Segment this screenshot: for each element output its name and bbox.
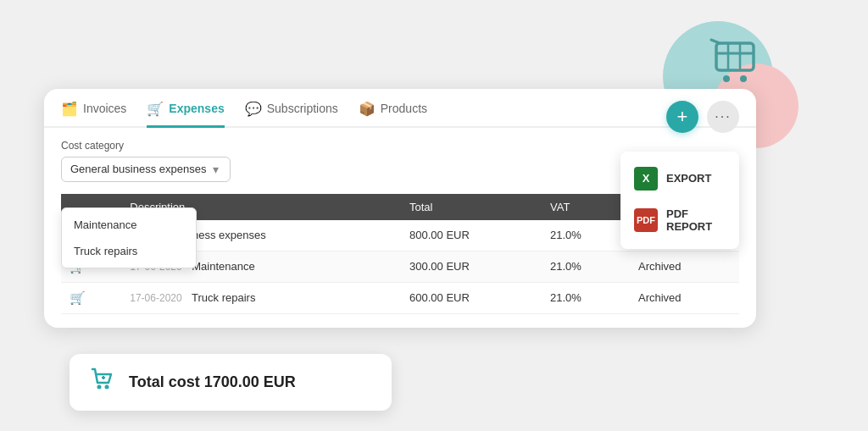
table-row[interactable]: 🛒 17-06-2020 Truck repairs 600.00 EUR 21… [61, 282, 739, 313]
svg-point-4 [723, 75, 730, 82]
row-total: 800.00 EUR [401, 220, 542, 251]
cost-category-dropdown[interactable]: General business expenses ▾ [61, 157, 231, 182]
svg-rect-0 [716, 43, 754, 70]
tab-products-label: Products [381, 102, 427, 115]
dropdown-item-maintenance[interactable]: Maintenance [62, 212, 196, 238]
cost-category-label: Cost category [61, 140, 739, 152]
dropdown-item-truck-repairs[interactable]: Truck repairs [62, 238, 196, 264]
row-total: 600.00 EUR [401, 282, 542, 313]
export-excel-button[interactable]: X EXPORT [620, 158, 739, 199]
tab-subscriptions[interactable]: 💬 Subscriptions [245, 101, 338, 128]
row-status: Archived [630, 282, 739, 313]
expenses-icon: 🛒 [147, 101, 164, 117]
footer-total-card: Total cost 1700.00 EUR [70, 354, 392, 411]
main-card: 🗂️ Invoices 🛒 Expenses 💬 Subscriptions 📦… [44, 89, 756, 328]
row-cart-icon: 🛒 [70, 290, 86, 305]
footer-cart-icon [90, 367, 115, 397]
row-icon-cell: 🛒 [61, 282, 121, 313]
svg-point-7 [97, 384, 102, 389]
row-vat: 21.0% [542, 220, 630, 251]
row-total: 300.00 EUR [401, 251, 542, 282]
svg-line-6 [711, 40, 720, 43]
tab-invoices[interactable]: 🗂️ Invoices [61, 101, 126, 128]
pdf-report-label: PDFREPORT [666, 207, 712, 234]
row-vat: 21.0% [542, 282, 630, 313]
action-buttons: + ··· X EXPORT PDF PDFREPORT [666, 101, 739, 133]
row-description: 17-06-2020 Truck repairs [121, 282, 401, 313]
tab-products[interactable]: 📦 Products [359, 101, 427, 128]
cart-decoration-icon [709, 38, 760, 95]
invoices-icon: 🗂️ [61, 101, 78, 117]
export-label: EXPORT [666, 172, 711, 185]
tab-expenses[interactable]: 🛒 Expenses [147, 101, 224, 128]
col-vat: VAT [542, 194, 630, 220]
tab-invoices-label: Invoices [83, 102, 126, 115]
export-popup-menu: X EXPORT PDF PDFREPORT [620, 152, 739, 249]
svg-point-5 [740, 75, 747, 82]
tab-expenses-label: Expenses [169, 102, 224, 115]
row-vat: 21.0% [542, 251, 630, 282]
col-total: Total [401, 194, 542, 220]
add-button[interactable]: + [666, 101, 698, 133]
pdf-icon: PDF [634, 208, 658, 232]
chevron-down-icon: ▾ [213, 163, 219, 176]
excel-icon: X [634, 167, 658, 191]
products-icon: 📦 [359, 101, 376, 117]
pdf-report-button[interactable]: PDF PDFREPORT [620, 199, 739, 242]
dropdown-selected-value: General business expenses [70, 163, 206, 175]
tab-subscriptions-label: Subscriptions [267, 102, 338, 115]
tabs-bar: 🗂️ Invoices 🛒 Expenses 💬 Subscriptions 📦… [44, 89, 756, 128]
svg-point-8 [105, 384, 109, 389]
dropdown-menu: Maintenance Truck repairs [61, 207, 197, 268]
row-status: Archived [630, 251, 739, 282]
subscriptions-icon: 💬 [245, 101, 262, 117]
row-date: 17-06-2020 [130, 292, 181, 304]
more-options-button[interactable]: ··· [707, 101, 739, 133]
footer-total-text: Total cost 1700.00 EUR [129, 373, 296, 391]
